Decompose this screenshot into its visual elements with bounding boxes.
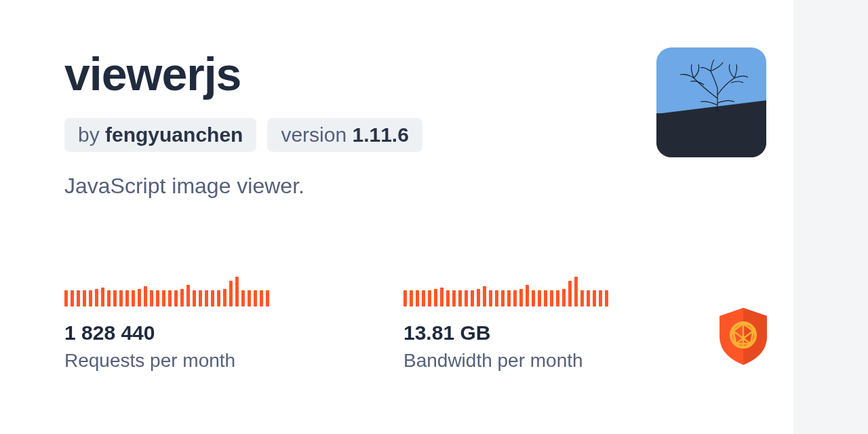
version-prefix: version [281,123,352,146]
version-value: 1.11.6 [352,123,408,146]
version-pill: version 1.11.6 [267,118,422,152]
shield-badge-icon [717,307,770,366]
bandwidth-stat: 13.81 GB Bandwidth per month [403,277,620,372]
requests-value: 1 828 440 [64,321,281,344]
author-name: fengyuanchen [105,123,243,146]
bandwidth-label: Bandwidth per month [403,350,620,372]
package-card: viewerjs by fengyuanchen version 1.11.6 … [0,0,800,434]
author-pill: by fengyuanchen [64,118,256,152]
side-strip [793,0,868,434]
stats-row: 1 828 440 Requests per month 13.81 GB Ba… [64,277,800,372]
bandwidth-value: 13.81 GB [403,321,620,344]
bandwidth-sparkline [403,277,620,307]
tree-icon [656,47,766,157]
package-description: JavaScript image viewer. [64,174,800,199]
requests-label: Requests per month [64,350,281,372]
package-avatar [656,47,766,157]
author-prefix: by [78,123,105,146]
requests-sparkline [64,277,281,307]
requests-stat: 1 828 440 Requests per month [64,277,281,372]
